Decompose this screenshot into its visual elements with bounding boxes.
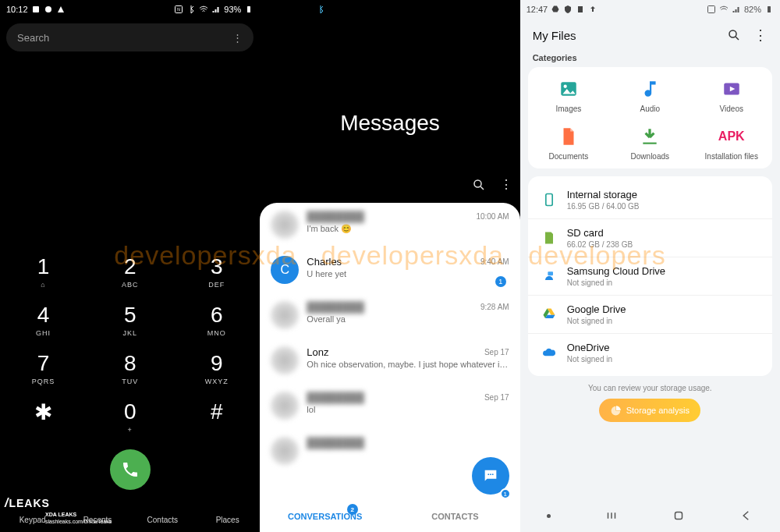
conversation-name: Lonz (307, 346, 509, 358)
svg-point-1 (45, 6, 51, 12)
key-digit: 6 (173, 303, 260, 328)
svg-rect-20 (545, 194, 551, 206)
svg-rect-0 (33, 6, 39, 12)
video-icon (721, 78, 743, 100)
dial-key-3[interactable]: 3DEF (173, 246, 260, 295)
avatar (271, 301, 299, 329)
doc-icon (558, 126, 580, 147)
conversation-row[interactable]: C Charles U here yet 9:40 AM 1 (260, 248, 519, 293)
status-icon (31, 5, 41, 14)
category-audio[interactable]: Audio (609, 78, 690, 113)
dial-key-4[interactable]: 4GHI (0, 295, 87, 343)
status-icon (44, 5, 53, 14)
storage-row-samsung-cloud-drive[interactable]: Samsung Cloud Drive Not signed in (528, 257, 772, 295)
upload-icon (588, 5, 597, 14)
dial-key-2[interactable]: 2ABC (87, 246, 173, 295)
conversation-name: ████████ (307, 392, 509, 403)
storage-title: Google Drive (567, 303, 626, 315)
dial-key-8[interactable]: 8TUV (87, 343, 173, 392)
key-digit: 3 (173, 254, 260, 279)
back-icon[interactable] (739, 509, 753, 523)
review-text: You can review your storage usage. (520, 384, 780, 392)
category-label: Images (555, 105, 581, 113)
storage-row-google-drive[interactable]: Google Drive Not signed in (528, 295, 772, 333)
compose-badge: 1 (500, 488, 511, 499)
shield-icon (563, 5, 573, 14)
drive-icon (551, 5, 560, 14)
storage-row-onedrive[interactable]: OneDrive Not signed in (528, 333, 772, 371)
key-digit: 5 (87, 303, 173, 328)
more-icon[interactable]: ⋮ (232, 33, 243, 43)
watermark-credit: XDA LEAKS (45, 512, 76, 518)
storage-title: SD card (567, 227, 633, 239)
status-icon (56, 5, 66, 14)
category-documents[interactable]: Documents (528, 126, 609, 161)
storage-title: OneDrive (567, 342, 612, 353)
tab-label: Places (195, 514, 260, 524)
status-battery: 98% (484, 5, 502, 14)
bluetooth-icon (316, 5, 325, 14)
category-installation-files[interactable]: APK Installation files (691, 126, 772, 161)
storage-row-internal-storage[interactable]: Internal storage 16.95 GB / 64.00 GB (528, 181, 772, 218)
key-digit: 8 (87, 351, 173, 376)
dialer-screen: 10:12 N 93% Search ⋮ 1⌂2ABC3DEF4GHI5JKL6… (0, 0, 260, 532)
nfc-icon (707, 5, 716, 14)
storage-subtitle: Not signed in (567, 278, 665, 287)
tab-conversations[interactable]: CONVERSATIONS 2 (260, 501, 390, 532)
home-icon[interactable] (672, 509, 686, 523)
dial-key-0[interactable]: 0+ (87, 392, 173, 440)
avatar (271, 346, 299, 374)
category-downloads[interactable]: Downloads (609, 126, 690, 161)
conversation-time: Sep 17 (484, 348, 509, 356)
messages-screen: 10:02 98% Messages ⋮ ████████ I'm b (260, 0, 519, 532)
dial-key-7[interactable]: 7PQRS (0, 343, 87, 392)
watermark-url: slashleaks.com/u/xda leaks (45, 519, 112, 524)
conversation-row[interactable]: Lonz Oh nice observation, maybe. I just … (260, 339, 519, 384)
more-icon[interactable]: ⋮ (500, 179, 512, 191)
status-time: 12:47 (526, 5, 548, 14)
storage-subtitle: 16.95 GB / 64.00 GB (567, 202, 640, 211)
dial-key-✱[interactable]: ✱ (0, 392, 87, 440)
battery-icon (244, 5, 254, 14)
chat-icon (482, 467, 499, 484)
key-digit: 2 (87, 254, 173, 279)
wifi-icon (199, 5, 208, 14)
key-digit: 9 (173, 351, 260, 376)
status-bar: 10:12 N 93% (0, 0, 260, 19)
search-icon[interactable] (727, 28, 741, 42)
nav-dot (547, 514, 551, 518)
search-icon[interactable] (472, 178, 486, 192)
dial-key-9[interactable]: 9WXYZ (173, 343, 260, 392)
dial-key-1[interactable]: 1⌂ (0, 246, 87, 295)
button-label: Storage analysis (626, 406, 690, 415)
call-button[interactable] (110, 449, 151, 490)
dialer-tab[interactable]: Contacts (130, 514, 195, 524)
category-videos[interactable]: Videos (691, 78, 772, 113)
header: My Files ⋮ (520, 19, 780, 48)
conversation-row[interactable]: ████████ Overall ya 9:28 AM (260, 293, 519, 339)
dialer-tab[interactable]: Places (195, 514, 260, 524)
storage-analysis-button[interactable]: Storage analysis (599, 399, 700, 422)
key-letters: GHI (0, 329, 87, 337)
category-images[interactable]: Images (528, 78, 609, 113)
conversation-row[interactable]: ████████ I'm back 😊 10:00 AM (260, 203, 519, 248)
key-letters: ABC (87, 281, 173, 289)
tab-contacts[interactable]: CONTACTS (390, 501, 520, 532)
more-icon[interactable]: ⋮ (753, 27, 768, 44)
key-digit: ✱ (0, 399, 87, 425)
bluetooth-icon (447, 5, 456, 14)
category-label: Audio (640, 105, 661, 113)
dial-key-6[interactable]: 6MNO (173, 295, 260, 343)
recents-icon[interactable] (604, 509, 619, 523)
storage-row-sd-card[interactable]: SD card 66.02 GB / 238 GB (528, 218, 772, 257)
conversation-time: 10:00 AM (476, 212, 509, 221)
search-field[interactable]: Search ⋮ (6, 23, 254, 51)
storage-title: Internal storage (567, 189, 640, 200)
conversation-row[interactable]: ████████ lol Sep 17 (260, 384, 519, 429)
avatar: C (271, 256, 299, 284)
dial-key-#[interactable]: # (173, 392, 260, 440)
wifi-icon (719, 5, 729, 14)
dial-key-5[interactable]: 5JKL (87, 295, 173, 343)
pie-icon (611, 405, 622, 416)
conversation-name: ████████ (307, 301, 509, 313)
